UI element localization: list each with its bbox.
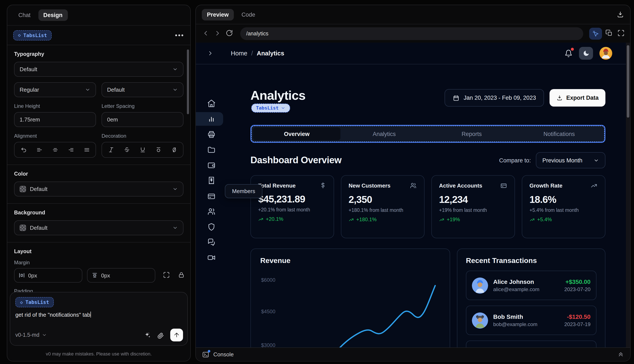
tabslist-selection-ring: Overview Analytics Reports Notifications bbox=[250, 125, 605, 143]
paperclip-icon[interactable] bbox=[157, 332, 164, 339]
tab-reports[interactable]: Reports bbox=[428, 128, 515, 140]
margin-vertical-icon bbox=[92, 272, 98, 278]
revenue-line-chart bbox=[251, 249, 450, 348]
sidebar-item-files[interactable] bbox=[205, 144, 217, 156]
trend-up-icon bbox=[349, 217, 354, 222]
tab-notifications[interactable]: Notifications bbox=[515, 128, 603, 140]
users-icon bbox=[410, 182, 417, 189]
sidebar-item-security[interactable] bbox=[205, 221, 217, 233]
prompt-input[interactable]: get rid of the "notifications" tab bbox=[15, 312, 182, 318]
theme-toggle-button[interactable] bbox=[579, 47, 593, 60]
composer-component-chip[interactable]: ◇ TabsList bbox=[15, 297, 54, 307]
undo-icon[interactable] bbox=[19, 145, 28, 154]
tab-preview[interactable]: Preview bbox=[202, 9, 234, 20]
tab-analytics[interactable]: Analytics bbox=[341, 128, 428, 140]
align-left-icon[interactable] bbox=[35, 145, 44, 154]
prompt-composer[interactable]: ◇ TabsList get rid of the "notifications… bbox=[10, 292, 188, 346]
builder-header: Chat Design bbox=[7, 5, 190, 26]
transaction-amount: -$120.50 bbox=[564, 313, 590, 320]
align-justify-icon[interactable] bbox=[82, 145, 91, 154]
chevrons-up-icon[interactable] bbox=[617, 351, 624, 358]
model-select[interactable]: v0-1.5-md bbox=[15, 332, 47, 338]
tab-chat[interactable]: Chat bbox=[13, 10, 36, 21]
console-bar[interactable]: Console bbox=[196, 348, 630, 361]
chevron-down-icon bbox=[172, 66, 178, 72]
sidebar-item-cards[interactable] bbox=[205, 190, 217, 202]
copy-icon[interactable] bbox=[605, 29, 614, 38]
background-select[interactable]: Default bbox=[14, 220, 183, 235]
selected-component-chip[interactable]: ◇ TabsList bbox=[13, 30, 52, 40]
more-options-icon[interactable]: ••• bbox=[175, 32, 184, 39]
alignment-label: Alignment bbox=[14, 133, 96, 139]
preview-scrollbar-track[interactable] bbox=[626, 42, 630, 348]
builder-scrollbar[interactable] bbox=[187, 50, 189, 114]
line-height-input[interactable]: 1.75rem bbox=[14, 112, 96, 127]
sidebar-item-video[interactable] bbox=[205, 252, 217, 264]
letter-spacing-input[interactable]: 0em bbox=[102, 112, 183, 127]
stat-card-active-accounts: Active Accounts 12,234 +19% from last mo… bbox=[431, 175, 515, 238]
title-component-chip[interactable]: TabsList bbox=[251, 104, 290, 112]
italic-icon[interactable] bbox=[106, 145, 116, 154]
tab-design[interactable]: Design bbox=[38, 10, 68, 21]
compare-select[interactable]: Previous Month bbox=[536, 152, 605, 168]
forward-icon[interactable] bbox=[214, 29, 222, 38]
sidebar-expand-icon[interactable] bbox=[207, 50, 214, 57]
notifications-bell-icon[interactable] bbox=[564, 49, 572, 57]
download-icon bbox=[556, 94, 563, 101]
font-weight-select[interactable]: Regular bbox=[14, 82, 96, 97]
console-label: Console bbox=[213, 351, 234, 358]
user-avatar[interactable] bbox=[599, 47, 612, 60]
moon-icon bbox=[583, 50, 589, 57]
sidebar-item-analytics[interactable] bbox=[205, 112, 217, 124]
font-size-select[interactable]: Default bbox=[102, 82, 183, 97]
no-decoration-icon[interactable] bbox=[169, 145, 179, 154]
inspect-cursor-button[interactable] bbox=[589, 28, 602, 40]
fullscreen-icon[interactable] bbox=[617, 29, 626, 38]
trend-up-icon bbox=[258, 216, 264, 222]
preview-scrollbar-thumb[interactable] bbox=[627, 45, 629, 118]
chevron-down-icon bbox=[593, 158, 599, 163]
refresh-icon[interactable] bbox=[226, 29, 234, 38]
sidebar-item-messages[interactable] bbox=[205, 236, 217, 248]
breadcrumb-home[interactable]: Home bbox=[231, 50, 247, 57]
app-header: Home / Analytics bbox=[196, 42, 630, 64]
underline-icon[interactable] bbox=[138, 145, 147, 154]
strikethrough-icon[interactable] bbox=[122, 145, 131, 154]
sidebar-item-home[interactable] bbox=[205, 97, 217, 109]
transaction-date: 2023-07-19 bbox=[564, 322, 590, 327]
margin-y-input[interactable]: 0px bbox=[87, 268, 155, 282]
transaction-row: Bob Smith bob@example.com -$120.50 2023-… bbox=[466, 306, 596, 335]
download-icon[interactable] bbox=[616, 11, 624, 18]
margin-row: 0px 0px bbox=[14, 268, 183, 282]
trending-up-icon bbox=[590, 182, 598, 189]
back-icon[interactable] bbox=[202, 29, 210, 38]
stat-card-growth-rate: Growth Rate 18.6% +5.4% from last month … bbox=[522, 175, 605, 238]
v0-workspace: Chat Design ◇ TabsList ••• Typography De… bbox=[0, 0, 634, 364]
sparkles-icon[interactable] bbox=[144, 332, 151, 339]
design-controls: Typography Default Regular Default Line … bbox=[7, 51, 190, 311]
transaction-row-clipped bbox=[466, 340, 596, 348]
text-cursor bbox=[91, 312, 91, 318]
dashboard-tabs: Overview Analytics Reports Notifications bbox=[251, 126, 604, 142]
tab-code[interactable]: Code bbox=[236, 9, 260, 20]
color-section-label: Color bbox=[14, 171, 183, 177]
transactions-title: Recent Transactions bbox=[466, 256, 596, 265]
expand-frame-icon[interactable] bbox=[163, 271, 170, 280]
color-select[interactable]: Default bbox=[14, 182, 183, 196]
sidebar-item-invoices[interactable] bbox=[205, 128, 217, 140]
date-range-picker[interactable]: Jan 20, 2023 - Feb 09, 2023 bbox=[444, 89, 544, 106]
url-input[interactable]: /analytics bbox=[240, 27, 583, 40]
export-data-button[interactable]: Export Data bbox=[549, 89, 605, 106]
margin-x-input[interactable]: 0px bbox=[14, 268, 82, 282]
align-center-icon[interactable] bbox=[50, 145, 60, 154]
tab-overview[interactable]: Overview bbox=[253, 128, 341, 140]
send-button[interactable] bbox=[170, 328, 183, 342]
overline-icon[interactable] bbox=[154, 145, 163, 154]
sidebar-item-billing[interactable] bbox=[205, 174, 217, 186]
members-tooltip: Members bbox=[225, 184, 262, 198]
font-family-select[interactable]: Default bbox=[14, 62, 183, 77]
sidebar-item-wallet[interactable] bbox=[205, 159, 217, 171]
align-right-icon[interactable] bbox=[66, 145, 76, 154]
sidebar-item-members[interactable] bbox=[205, 206, 217, 218]
lock-icon[interactable] bbox=[177, 271, 185, 280]
